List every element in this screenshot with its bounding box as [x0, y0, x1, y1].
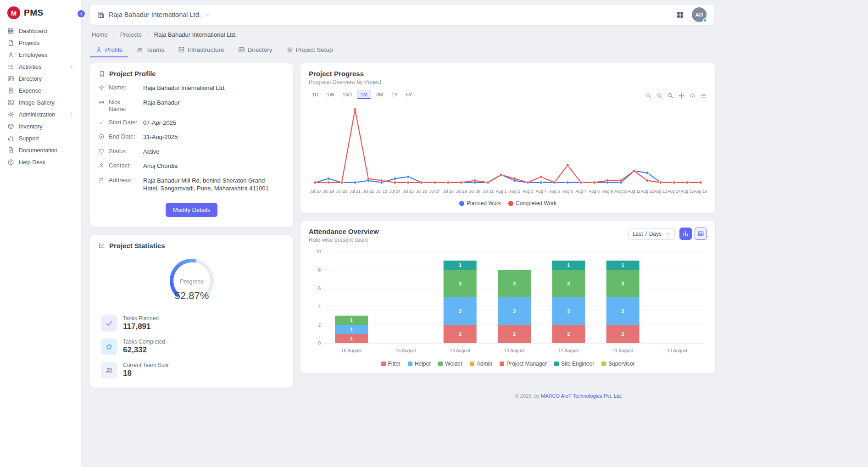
attendance-period-select[interactable]: Last 7 Days	[628, 228, 675, 240]
breadcrumb-item-home[interactable]: Home	[92, 31, 108, 38]
project-selector[interactable]: Raja Bahadur International Ltd.	[97, 11, 211, 19]
legend-item-fitter[interactable]: Fitter	[381, 361, 401, 367]
stat-value: 117,891	[123, 322, 159, 331]
svg-text:Jul 26: Jul 26	[416, 189, 427, 194]
sidebar-item-label: Image Gallery	[19, 100, 55, 106]
footer-company-link[interactable]: MARCO AIoT Technologies Pvt. Ltd.	[541, 393, 622, 399]
legend-item-welder[interactable]: Welder	[438, 361, 462, 367]
user-avatar[interactable]: AD	[692, 7, 707, 22]
sidebar-nav: Dashboard Projects Employees Activities …	[0, 25, 81, 168]
zoom-in-button[interactable]	[645, 92, 652, 99]
inventory-icon	[7, 123, 14, 130]
grid-icon	[676, 11, 684, 19]
sidebar-item-inventory[interactable]: Inventory	[0, 121, 81, 132]
apps-grid-button[interactable]	[676, 11, 684, 19]
attendance-card-subtitle: Role-wise present count	[309, 237, 379, 243]
tab-teams[interactable]: Teams	[131, 43, 170, 57]
directory-tab-icon	[238, 46, 245, 53]
stat-current-team-size: Current Team Size 18	[101, 362, 282, 378]
legend-item-supervisor[interactable]: Supervisor	[601, 361, 634, 367]
pan-button[interactable]	[678, 92, 685, 99]
home-button[interactable]	[689, 92, 696, 99]
zoom-out-button[interactable]	[656, 92, 663, 99]
tab-label: Project Setup	[296, 46, 333, 53]
home-icon	[689, 92, 696, 99]
svg-text:1: 1	[459, 262, 462, 268]
range-3m-button[interactable]: 3M	[373, 90, 386, 99]
sidebar-item-employees[interactable]: Employees	[0, 49, 81, 61]
modify-details-button[interactable]: Modify Details	[166, 203, 218, 217]
svg-text:2: 2	[318, 322, 321, 328]
svg-text:3: 3	[459, 281, 462, 286]
breadcrumb-item-projects[interactable]: Projects	[120, 31, 142, 38]
range-5y-button[interactable]: 5Y	[403, 90, 415, 99]
tab-project-setup[interactable]: Project Setup	[281, 43, 339, 57]
range-1d-button[interactable]: 1D	[309, 90, 322, 99]
directory-icon	[7, 75, 14, 82]
profile-field-value: Raja Bahadur Mill Rd, behind Sheraton Gr…	[143, 177, 281, 193]
sidebar-item-dashboard[interactable]: Dashboard	[0, 25, 81, 37]
svg-text:16 August: 16 August	[341, 348, 362, 353]
svg-text:Aug 12: Aug 12	[641, 189, 654, 194]
svg-text:Aug 10: Aug 10	[614, 189, 628, 194]
svg-text:3: 3	[513, 308, 516, 314]
range-1m-button[interactable]: 1M	[357, 90, 371, 99]
chart-line-icon	[98, 242, 106, 249]
profile-field-value: Raja Bahadur	[143, 99, 180, 107]
sidebar-item-projects[interactable]: Projects	[0, 37, 81, 49]
sidebar-item-activities[interactable]: Activities	[0, 61, 81, 72]
range-15d-button[interactable]: 15D	[339, 90, 355, 99]
profile-field-nick-name-: Nick Name: Raja Bahadur	[98, 99, 285, 112]
main-area: Raja Bahadur International Ltd. AD HomeP…	[82, 0, 868, 467]
legend-item-project-manager[interactable]: Project Manager	[500, 361, 547, 367]
sidebar-collapse-button[interactable]	[77, 9, 86, 18]
svg-text:1: 1	[350, 336, 353, 341]
team-icon	[105, 366, 113, 374]
sidebar-item-help-desk[interactable]: Help Desk	[0, 156, 81, 168]
sidebar-item-support[interactable]: Support	[0, 133, 81, 144]
check-icon	[98, 119, 105, 126]
profile-field-start-date-: Start Date: 07-Apr-2025	[98, 119, 285, 127]
sidebar-item-image-gallery[interactable]: Image Gallery	[0, 97, 81, 108]
range-1y-button[interactable]: 1Y	[388, 90, 401, 99]
star-icon	[105, 343, 113, 351]
breadcrumb-item-raja-bahadur-international-ltd-: Raja Bahadur International Ltd.	[154, 31, 237, 38]
dashboard-icon	[7, 28, 14, 34]
sidebar-item-expense[interactable]: Expense	[0, 85, 81, 96]
range-1w-button[interactable]: 1W	[323, 90, 338, 99]
svg-text:3: 3	[622, 308, 624, 314]
legend-item-planned-work[interactable]: Planned Work	[459, 200, 501, 206]
magnifier-button[interactable]	[667, 92, 674, 99]
bar-chart-view-toggle[interactable]	[679, 228, 692, 240]
svg-text:11 August: 11 August	[613, 348, 633, 353]
legend-item-site-engineer[interactable]: Site Engineer	[554, 361, 594, 367]
sidebar-item-administration[interactable]: Administration	[0, 109, 81, 120]
brand-logo: M	[7, 6, 20, 19]
employees-icon	[7, 51, 14, 58]
tab-infrastructure[interactable]: Infrastructure	[172, 43, 230, 57]
svg-text:6: 6	[318, 286, 321, 291]
tab-directory[interactable]: Directory	[233, 43, 278, 57]
stat-label: Current Team Size	[123, 362, 168, 368]
svg-text:1: 1	[622, 262, 624, 268]
circle-x-icon	[98, 133, 105, 140]
svg-text:Aug 13: Aug 13	[654, 189, 668, 194]
check-icon	[105, 319, 113, 328]
sidebar-item-label: Projects	[19, 40, 39, 46]
sidebar-item-directory[interactable]: Directory	[0, 73, 81, 84]
tab-label: Profile	[105, 46, 122, 53]
sidebar-item-documentation[interactable]: Documentation	[0, 145, 81, 156]
chevron-down-icon	[665, 231, 670, 236]
menu-button[interactable]	[700, 92, 707, 99]
chevron-down-icon	[205, 12, 211, 18]
progress-line-chart: Jul 18Jul 19Jul 20Jul 21Jul 22Jul 23Jul …	[309, 99, 707, 196]
legend-item-admin[interactable]: Admin	[470, 361, 492, 367]
bookmark-icon	[98, 70, 106, 78]
gear-icon	[98, 84, 105, 91]
profile-field-label: Contact:	[109, 162, 139, 169]
tab-profile[interactable]: Profile	[90, 43, 128, 57]
legend-item-completed-work[interactable]: Completed Work	[508, 200, 556, 206]
broadcast-icon	[98, 99, 105, 106]
legend-item-helper[interactable]: Helper	[408, 361, 431, 367]
table-view-toggle[interactable]	[695, 228, 707, 240]
